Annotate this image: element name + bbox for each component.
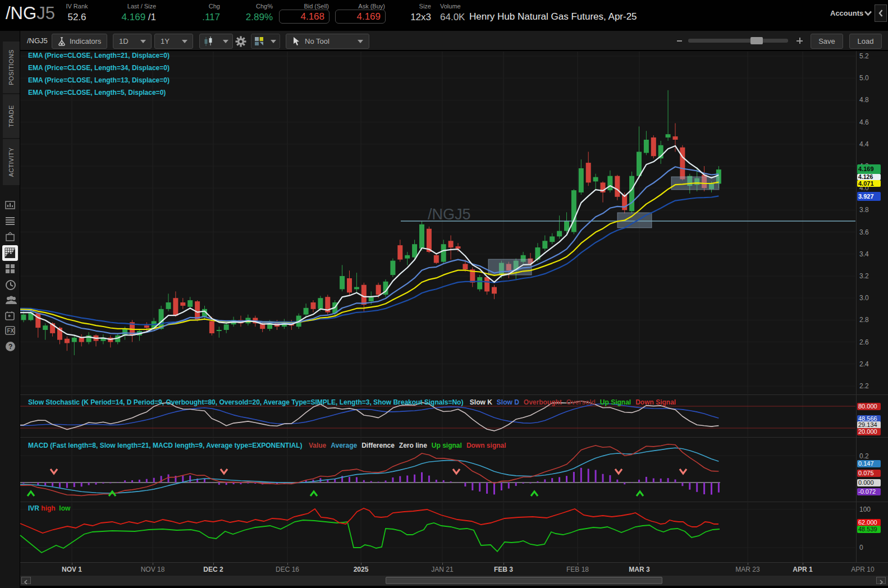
svg-text:/NGJ5: /NGJ5	[428, 206, 471, 223]
